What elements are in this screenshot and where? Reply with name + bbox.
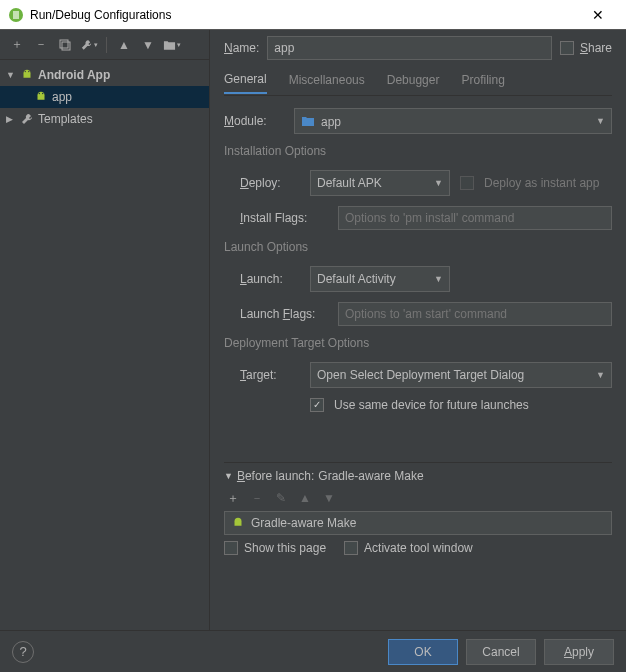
remove-icon[interactable]: －: [32, 36, 50, 54]
tabs: General Miscellaneous Debugger Profiling: [224, 70, 612, 96]
tab-miscellaneous[interactable]: Miscellaneous: [289, 73, 365, 93]
chevron-down-icon: ▼: [434, 274, 443, 284]
folder-move-icon[interactable]: ▾: [163, 36, 181, 54]
sidebar-toolbar: ＋ － ▾ ▲ ▼ ▾: [0, 30, 209, 60]
install-flags-label: Install Flags:: [240, 211, 328, 225]
android-icon: [34, 90, 48, 104]
tree-label: Android App: [38, 68, 110, 82]
share-label: Share: [580, 41, 612, 55]
toolbar-separator: [106, 37, 107, 53]
target-select[interactable]: Open Select Deployment Target Dialog▼: [310, 362, 612, 388]
instant-app-checkbox[interactable]: [460, 176, 474, 190]
show-this-page-label: Show this page: [244, 541, 326, 555]
same-device-label: Use same device for future launches: [334, 398, 529, 412]
android-icon: [20, 68, 34, 82]
down-icon[interactable]: ▼: [320, 489, 338, 507]
target-label: Target:: [240, 368, 300, 382]
wrench-icon: [20, 112, 34, 126]
deploy-select[interactable]: Default APK▼: [310, 170, 450, 196]
svg-point-4: [25, 71, 26, 72]
launch-flags-label: Launch Flags:: [240, 307, 328, 321]
chevron-down-icon: ▼: [6, 70, 16, 80]
chevron-right-icon: ▶: [6, 114, 16, 124]
svg-point-5: [28, 71, 29, 72]
tree-node-templates[interactable]: ▶ Templates: [0, 108, 209, 130]
up-icon[interactable]: ▲: [296, 489, 314, 507]
section-installation-options: Installation Options: [224, 144, 612, 158]
tree-node-android-app[interactable]: ▼ Android App: [0, 64, 209, 86]
chevron-down-icon: ▼: [224, 471, 233, 481]
android-studio-icon: [8, 7, 24, 23]
cancel-button[interactable]: Cancel: [466, 639, 536, 665]
copy-icon[interactable]: [56, 36, 74, 54]
name-label: Name:: [224, 41, 259, 55]
close-icon[interactable]: ✕: [578, 0, 618, 30]
instant-app-label: Deploy as instant app: [484, 176, 599, 190]
section-deployment-target: Deployment Target Options: [224, 336, 612, 350]
module-select[interactable]: app ▼: [294, 108, 612, 134]
chevron-down-icon: ▼: [596, 370, 605, 380]
before-launch-header[interactable]: ▼ Before launch: Gradle-aware Make: [224, 469, 612, 483]
module-folder-icon: [301, 114, 315, 128]
down-icon[interactable]: ▼: [139, 36, 157, 54]
activate-tool-window-label: Activate tool window: [364, 541, 473, 555]
edit-icon[interactable]: ✎: [272, 489, 290, 507]
tab-general[interactable]: General: [224, 72, 267, 94]
tab-debugger[interactable]: Debugger: [387, 73, 440, 93]
svg-rect-3: [62, 42, 70, 50]
android-icon: [231, 516, 245, 530]
section-launch-options: Launch Options: [224, 240, 612, 254]
activate-tool-window-checkbox[interactable]: [344, 541, 358, 555]
add-icon[interactable]: ＋: [224, 489, 242, 507]
remove-icon[interactable]: －: [248, 489, 266, 507]
chevron-down-icon: ▼: [596, 116, 605, 126]
ok-button[interactable]: OK: [388, 639, 458, 665]
before-launch-toolbar: ＋ － ✎ ▲ ▼: [224, 487, 612, 511]
apply-button[interactable]: Apply: [544, 639, 614, 665]
svg-point-7: [42, 93, 43, 94]
config-tree: ▼ Android App app ▶ Templates: [0, 60, 209, 630]
tree-label: Templates: [38, 112, 93, 126]
svg-rect-2: [60, 40, 68, 48]
deploy-label: Deploy:: [240, 176, 300, 190]
help-button[interactable]: ?: [12, 641, 34, 663]
install-flags-input[interactable]: [338, 206, 612, 230]
launch-select[interactable]: Default Activity▼: [310, 266, 450, 292]
up-icon[interactable]: ▲: [115, 36, 133, 54]
same-device-checkbox[interactable]: [310, 398, 324, 412]
svg-rect-1: [13, 11, 19, 19]
sidebar: ＋ － ▾ ▲ ▼ ▾ ▼ Android App app: [0, 30, 210, 630]
chevron-down-icon: ▼: [434, 178, 443, 188]
wrench-icon[interactable]: ▾: [80, 36, 98, 54]
before-launch-section: ▼ Before launch: Gradle-aware Make ＋ － ✎…: [224, 462, 612, 555]
general-panel: Module: app ▼ Installation Options Deplo…: [224, 96, 612, 630]
show-this-page-checkbox[interactable]: [224, 541, 238, 555]
launch-label: Launch:: [240, 272, 300, 286]
button-bar: ? OK Cancel Apply: [0, 630, 626, 672]
svg-point-6: [39, 93, 40, 94]
launch-flags-input[interactable]: [338, 302, 612, 326]
name-input[interactable]: [267, 36, 552, 60]
right-pane: Name: Share General Miscellaneous Debugg…: [210, 30, 626, 630]
titlebar-title: Run/Debug Configurations: [30, 8, 578, 22]
tree-label: app: [52, 90, 72, 104]
tab-profiling[interactable]: Profiling: [461, 73, 504, 93]
module-label: Module:: [224, 114, 284, 128]
share-checkbox[interactable]: [560, 41, 574, 55]
titlebar: Run/Debug Configurations ✕: [0, 0, 626, 30]
add-icon[interactable]: ＋: [8, 36, 26, 54]
before-launch-item[interactable]: Gradle-aware Make: [224, 511, 612, 535]
tree-node-app[interactable]: app: [0, 86, 209, 108]
